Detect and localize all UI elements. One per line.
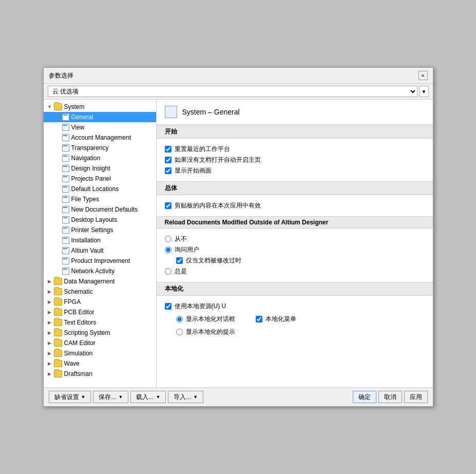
- expand-icon: ▶: [46, 318, 54, 327]
- sidebar-item-text-editors[interactable]: ▶Text Editors: [44, 317, 156, 328]
- sidebar-item-new-document-defaults[interactable]: New Document Defaults: [44, 204, 156, 215]
- section-start: 开始 重置最近的工作平台 如果没有文档打开自动开启主页 显示开始画面: [157, 125, 433, 181]
- checkbox-row-reopen: 重置最近的工作平台: [165, 145, 425, 154]
- expand-icon: ▶: [46, 349, 54, 357]
- sidebar-item-label: General: [71, 113, 93, 121]
- sidebar-item-pcb-editor[interactable]: ▶PCB Editor: [44, 307, 156, 317]
- sidebar-item-default-locations[interactable]: Default Locations: [44, 184, 156, 194]
- sidebar-item-network-activity[interactable]: Network Activity: [44, 266, 156, 276]
- radio-reload-ask[interactable]: [165, 247, 172, 253]
- sidebar-item-design-insight[interactable]: Design Insight: [44, 163, 156, 174]
- sidebar-item-account-management[interactable]: Account Management: [44, 132, 156, 143]
- sidebar-item-product-improvement[interactable]: Product Improvement: [44, 256, 156, 266]
- radio-row-show-tips: 显示本地化的提示: [165, 328, 425, 336]
- import-button[interactable]: 导入... ▼: [168, 391, 203, 403]
- page-icon: [62, 216, 69, 223]
- checkbox-clipboard[interactable]: [165, 202, 172, 209]
- close-button[interactable]: ×: [418, 71, 428, 80]
- radio-reload-never[interactable]: [165, 236, 172, 242]
- sidebar-item-view[interactable]: View: [44, 122, 156, 132]
- expand-icon: ▶: [46, 308, 54, 316]
- label-only-modified[interactable]: 仅当文档被修改过时: [186, 256, 241, 265]
- apply-button[interactable]: 应用: [404, 391, 428, 403]
- spacer-icon: [54, 236, 62, 244]
- sidebar-item-label: PCB Editor: [64, 309, 94, 316]
- radio-row-show-dialog: 显示本地化对话框: [176, 315, 235, 324]
- sidebar-item-navigation[interactable]: Navigation: [44, 153, 156, 163]
- defaults-button[interactable]: 缺省设置 ▼: [49, 391, 91, 403]
- checkbox-reopen-workspace[interactable]: [165, 146, 172, 153]
- page-icon: [62, 124, 69, 131]
- label-show-tips[interactable]: 显示本地化的提示: [186, 328, 235, 336]
- save-button[interactable]: 保存... ▼: [93, 391, 128, 403]
- radio-row-never: 从不: [165, 235, 425, 243]
- checkbox-use-local[interactable]: [165, 303, 172, 310]
- sidebar-item-cam-editor[interactable]: ▶CAM Editor: [44, 338, 156, 348]
- sidebar-item-schematic[interactable]: ▶Schematic: [44, 287, 156, 297]
- sidebar-item-draftsman[interactable]: ▶Draftsman: [44, 369, 156, 379]
- spacer-icon: [54, 205, 62, 214]
- folder-icon: [54, 370, 62, 377]
- checkbox-auto-home[interactable]: [165, 157, 172, 163]
- label-clipboard[interactable]: 剪贴板的内容在本次应用中有效: [175, 201, 261, 210]
- sidebar-item-system[interactable]: ▼System: [44, 102, 156, 112]
- sidebar-item-installation[interactable]: Installation: [44, 235, 156, 245]
- sidebar-item-projects-panel[interactable]: Projects Panel: [44, 174, 156, 184]
- sidebar-item-general[interactable]: General: [44, 112, 156, 122]
- sidebar-item-label: Wave: [64, 360, 80, 367]
- section-content-reload: 从不 询问用户 仅当文档被修改过时 总是: [157, 229, 433, 282]
- load-button[interactable]: 载入... ▼: [130, 391, 166, 403]
- sidebar-item-scripting-system[interactable]: ▶Scripting System: [44, 328, 156, 338]
- section-header-general: 总体: [157, 181, 433, 195]
- label-reload-always[interactable]: 总是: [175, 267, 187, 276]
- radio-show-tips[interactable]: [176, 329, 183, 335]
- expand-icon: ▶: [46, 370, 54, 378]
- sidebar-item-wave[interactable]: ▶Wave: [44, 358, 156, 369]
- label-show-dialog[interactable]: 显示本地化对话框: [186, 315, 235, 324]
- checkbox-show-splash[interactable]: [165, 167, 172, 174]
- sidebar-item-label: Desktop Layouts: [71, 216, 117, 223]
- radio-row-always: 总是: [165, 267, 425, 276]
- spacer-icon: [54, 144, 62, 152]
- sidebar-item-label: Projects Panel: [71, 175, 111, 182]
- label-show-menu[interactable]: 本地化菜单: [265, 315, 296, 324]
- checkbox-show-menu[interactable]: [256, 316, 262, 323]
- radio-row-ask: 询问用户: [165, 245, 425, 254]
- label-auto-home[interactable]: 如果没有文档打开自动开启主页: [175, 156, 261, 164]
- sidebar-item-file-types[interactable]: File Types: [44, 194, 156, 204]
- ok-button[interactable]: 确定: [353, 391, 376, 403]
- cancel-button[interactable]: 取消: [378, 391, 402, 403]
- sidebar-item-label: Printer Settings: [71, 226, 113, 234]
- profile-dropdown[interactable]: 云 优选项: [48, 86, 417, 97]
- sidebar-item-altium-vault[interactable]: Altium Vault: [44, 245, 156, 256]
- sidebar-item-label: New Document Defaults: [71, 206, 138, 213]
- sidebar-item-label: Simulation: [64, 350, 93, 357]
- radio-reload-always[interactable]: [165, 268, 172, 275]
- checkbox-row-splash: 显示开始画面: [165, 166, 425, 175]
- label-show-splash[interactable]: 显示开始画面: [175, 166, 212, 175]
- label-reload-never[interactable]: 从不: [175, 235, 187, 243]
- label-reopen-workspace[interactable]: 重置最近的工作平台: [175, 145, 230, 154]
- dropdown-arrow[interactable]: ▼: [420, 86, 429, 97]
- sidebar-item-label: Text Editors: [64, 319, 97, 326]
- apply-label: 应用: [410, 393, 422, 402]
- page-icon: [62, 226, 69, 234]
- checkbox-row-show-menu: 本地化菜单: [256, 315, 296, 324]
- expand-icon: ▶: [46, 277, 54, 286]
- label-reload-ask[interactable]: 询问用户: [175, 245, 199, 254]
- label-use-local[interactable]: 使用本地资源(U) U: [175, 302, 226, 311]
- section-header-reload: Reload Documents Modified Outside of Alt…: [157, 216, 433, 229]
- sidebar-item-desktop-layouts[interactable]: Desktop Layouts: [44, 215, 156, 225]
- page-icon: [62, 268, 69, 275]
- section-header-start: 开始: [157, 125, 433, 139]
- sidebar-item-printer-settings[interactable]: Printer Settings: [44, 225, 156, 235]
- sidebar-item-simulation[interactable]: ▶Simulation: [44, 348, 156, 358]
- spacer-icon: [54, 154, 62, 162]
- sidebar-item-data-management[interactable]: ▶Data Management: [44, 276, 156, 287]
- sidebar-item-transparency[interactable]: Transparency: [44, 143, 156, 153]
- radio-show-dialog[interactable]: [176, 316, 183, 323]
- panel-header: System – General: [157, 100, 433, 125]
- checkbox-row-use-local: 使用本地资源(U) U: [165, 302, 425, 311]
- sidebar-item-fpga[interactable]: ▶FPGA: [44, 297, 156, 307]
- checkbox-only-modified[interactable]: [176, 257, 183, 264]
